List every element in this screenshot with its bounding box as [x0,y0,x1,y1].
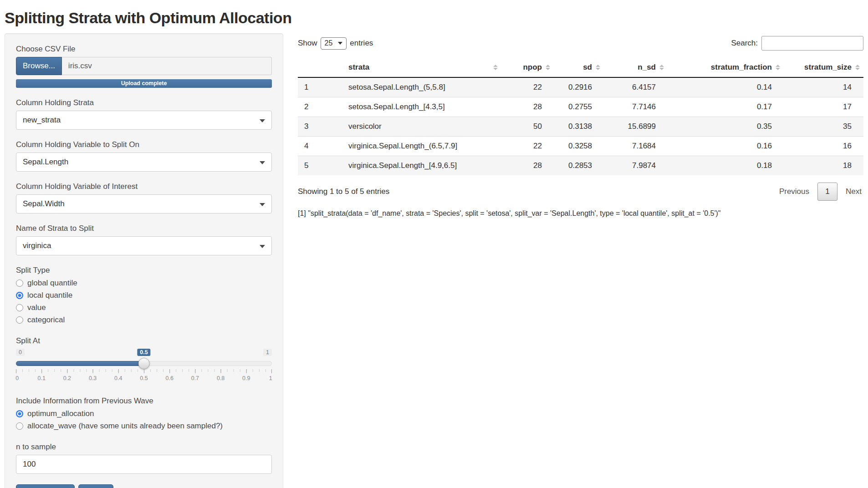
cell-n-sd: 7.7146 [604,97,668,117]
sidebar-panel: Choose CSV File Browse... iris.csv Uploa… [5,33,283,488]
filename-field[interactable]: iris.csv [62,57,272,75]
table-row: 5 virginica.Sepal.Length_[4.9,6.5] 28 0.… [298,156,863,176]
split-type-group: Split Type global quantile local quantil… [16,266,272,326]
table-header: strata npop sd n_sd [298,58,863,77]
select-group: Name of Strata to Split virginica [16,224,272,255]
slider-tick-label: 0.8 [217,375,225,381]
radio-option[interactable]: local quantile [16,289,272,301]
radio-option[interactable]: allocate_wave (have some units already b… [16,420,272,432]
previous-page-button[interactable]: Previous [777,183,811,200]
slider-tick-label: 0.2 [63,375,71,381]
table-row: 4 virginica.Sepal.Length_(6.5,7.9] 22 0.… [298,137,863,156]
app-page: Splitting Strata with Optimum Allocation… [0,0,868,488]
select-input[interactable]: Sepal.Length [16,152,272,172]
select-label: Column Holding Strata [16,98,272,107]
select-input[interactable]: Sepal.Width [16,194,272,214]
cell-n-sd: 15.6899 [604,117,668,137]
browse-button[interactable]: Browse... [16,57,62,75]
sort-icon [776,65,780,70]
file-input-group: Choose CSV File Browse... iris.csv Uploa… [16,45,272,88]
cell-n-sd: 6.4157 [604,77,668,97]
next-page-button[interactable]: Next [844,183,863,200]
cell-strata: virginica.Sepal.Length_[4.9,6.5] [323,156,501,176]
select-group-list: Column Holding Strata new_strata Column … [16,98,272,255]
radio-option[interactable]: global quantile [16,277,272,289]
action-buttons: Confirm Split Reset [16,484,272,488]
chevron-down-icon [260,161,265,164]
radio-icon [16,292,23,299]
column-header-strata[interactable]: strata [323,58,501,77]
cell-index: 1 [298,77,323,97]
cell-stratum-fraction: 0.17 [668,97,784,117]
reset-button[interactable]: Reset [78,484,113,488]
page-length-value: 25 [325,39,333,47]
confirm-split-button[interactable]: Confirm Split [16,484,75,488]
file-input-label: Choose CSV File [16,45,272,54]
column-header-index [298,58,323,77]
radio-icon [16,410,23,417]
cell-npop: 28 [501,156,554,176]
chevron-down-icon [260,119,265,122]
main-layout: Choose CSV File Browse... iris.csv Uploa… [5,33,863,488]
select-group: Column Holding Variable of Interest Sepa… [16,182,272,214]
radio-option[interactable]: optimum_allocation [16,407,272,420]
select-input[interactable]: virginica [16,236,272,255]
radio-option[interactable]: categorical [16,314,272,326]
search-control: Search: [731,36,863,51]
console-output: [1] "split_strata(data = 'df_name', stra… [298,209,863,218]
page-length-select[interactable]: 25 [321,37,347,50]
upload-progress-bar: Upload complete [16,79,272,88]
slider-tick-label: 0.7 [191,375,199,381]
select-input[interactable]: new_strata [16,111,272,130]
slider-tick-label: 1 [269,375,272,381]
table-body: 1 setosa.Sepal.Length_(5,5.8] 22 0.2916 … [298,77,863,175]
sort-icon [855,65,860,70]
cell-stratum-size: 17 [784,97,863,117]
slider-grid [16,369,272,373]
select-label: Name of Strata to Split [16,224,272,233]
column-header-stratum-fraction[interactable]: stratum_fraction [668,58,784,77]
slider-min-label: 0 [16,349,25,356]
results-panel: Show 25 entries Search: [298,33,863,218]
radio-icon [16,280,23,287]
column-header-stratum-size[interactable]: stratum_size [784,58,863,77]
slider-value-label: 0.5 [137,349,150,356]
split-type-label: Split Type [16,266,272,275]
cell-n-sd: 7.9874 [604,156,668,176]
previous-wave-options: optimum_allocation allocate_wave (have s… [16,407,272,432]
cell-stratum-size: 35 [784,117,863,137]
column-header-npop[interactable]: npop [501,58,554,77]
length-prefix: Show [298,39,317,48]
radio-option-label: value [27,303,46,312]
cell-sd: 0.3258 [554,137,604,156]
upload-progress: Upload complete [16,79,272,88]
radio-option-label: allocate_wave (have some units already b… [27,422,223,431]
column-header-sd[interactable]: sd [554,58,604,77]
cell-index: 4 [298,137,323,156]
cell-n-sd: 7.1684 [604,137,668,156]
length-suffix: entries [350,39,373,48]
radio-icon [16,316,23,324]
cell-sd: 0.2916 [554,77,604,97]
cell-npop: 22 [501,137,554,156]
slider-tick-label: 0.4 [114,375,122,381]
cell-stratum-fraction: 0.16 [668,137,784,156]
n-to-sample-input[interactable] [16,455,272,474]
table-info: Showing 1 to 5 of 5 entries [298,187,389,196]
search-input[interactable] [761,36,863,51]
slider-filled-bar [16,361,144,366]
radio-option-label: local quantile [27,291,72,300]
cell-strata: setosa.Sepal.Length_[4.3,5] [323,97,501,117]
column-header-n-sd[interactable]: n_sd [604,58,668,77]
chevron-down-icon [260,245,265,248]
slider-tick-label: 0.9 [242,375,250,381]
select-value: new_strata [23,116,61,124]
cell-npop: 28 [501,97,554,117]
slider-handle[interactable] [138,358,150,369]
table-bottombar: Showing 1 to 5 of 5 entries Previous 1 N… [298,183,863,201]
radio-option[interactable]: value [16,301,272,314]
cell-stratum-fraction: 0.18 [668,156,784,176]
radio-option-label: global quantile [27,279,77,288]
page-1-button[interactable]: 1 [817,183,837,201]
split-at-slider: 0 1 0.5 00.10.20.30.40.50.60.70.80.91 [16,349,272,386]
